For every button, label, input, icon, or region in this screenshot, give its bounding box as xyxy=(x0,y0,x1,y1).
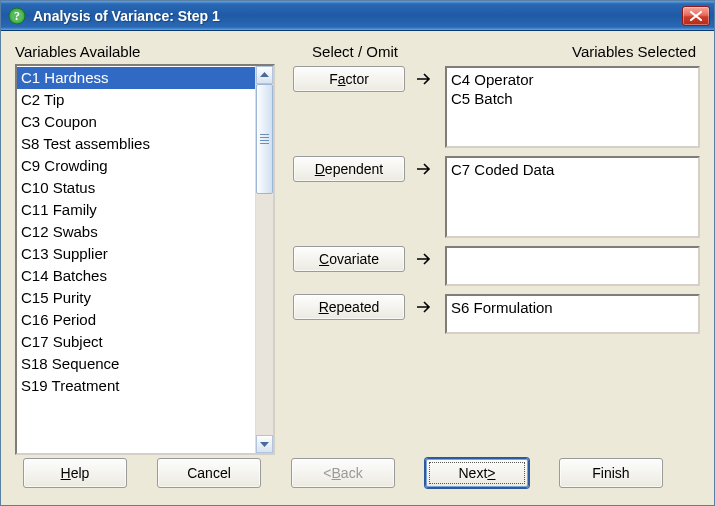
selected-item[interactable]: C4 Operator xyxy=(451,70,694,89)
selected-item[interactable]: C7 Coded Data xyxy=(451,160,694,179)
help-button[interactable]: Help xyxy=(23,458,127,488)
selected-item[interactable]: C5 Batch xyxy=(451,89,694,108)
list-item[interactable]: C12 Swabs xyxy=(17,221,255,243)
list-item[interactable]: C2 Tip xyxy=(17,89,255,111)
available-listbox[interactable]: C1 HardnessC2 TipC3 CouponS8 Test assemb… xyxy=(15,64,275,455)
repeated-button[interactable]: Repeated xyxy=(293,294,405,320)
dependent-button[interactable]: Dependent xyxy=(293,156,405,182)
close-button[interactable] xyxy=(682,6,710,26)
factor-selected-box[interactable]: C4 OperatorC5 Batch xyxy=(445,66,700,148)
footer-buttons: Help Cancel < Back Next > Finish xyxy=(15,455,700,495)
dialog-body: Variables Available Select / Omit Variab… xyxy=(1,31,714,505)
available-column: C1 HardnessC2 TipC3 CouponS8 Test assemb… xyxy=(15,64,275,455)
svg-text:?: ? xyxy=(14,9,20,23)
dialog-window: ? Analysis of Variance: Step 1 Variables… xyxy=(0,0,715,506)
finish-button[interactable]: Finish xyxy=(559,458,663,488)
list-item[interactable]: C13 Supplier xyxy=(17,243,255,265)
arrow-right-icon xyxy=(415,249,435,269)
list-item[interactable]: C9 Crowding xyxy=(17,155,255,177)
scroll-up-button[interactable] xyxy=(256,66,273,84)
dependent-selected-box[interactable]: C7 Coded Data xyxy=(445,156,700,238)
list-item[interactable]: C14 Batches xyxy=(17,265,255,287)
assign-column: Factor Dependent Covariate xyxy=(275,64,445,455)
list-item[interactable]: S19 Treatment xyxy=(17,375,255,397)
covariate-selected-box[interactable] xyxy=(445,246,700,286)
next-button[interactable]: Next > xyxy=(425,458,529,488)
selected-column: C4 OperatorC5 Batch C7 Coded Data S6 For… xyxy=(445,64,700,455)
titlebar: ? Analysis of Variance: Step 1 xyxy=(1,1,714,31)
arrow-right-icon xyxy=(415,69,435,89)
list-item[interactable]: S18 Sequence xyxy=(17,353,255,375)
list-item[interactable]: C3 Coupon xyxy=(17,111,255,133)
cancel-button[interactable]: Cancel xyxy=(157,458,261,488)
list-item[interactable]: C17 Subject xyxy=(17,331,255,353)
arrow-right-icon xyxy=(415,297,435,317)
covariate-button[interactable]: Covariate xyxy=(293,246,405,272)
selected-item[interactable]: S6 Formulation xyxy=(451,298,694,317)
window-title: Analysis of Variance: Step 1 xyxy=(33,8,682,24)
arrow-right-icon xyxy=(415,159,435,179)
list-item[interactable]: C11 Family xyxy=(17,199,255,221)
scroll-thumb[interactable] xyxy=(256,84,273,194)
scroll-down-button[interactable] xyxy=(256,435,273,453)
list-item[interactable]: C16 Period xyxy=(17,309,255,331)
scroll-track[interactable] xyxy=(256,84,273,435)
repeated-selected-box[interactable]: S6 Formulation xyxy=(445,294,700,334)
factor-button[interactable]: Factor xyxy=(293,66,405,92)
label-variables-selected: Variables Selected xyxy=(435,43,700,60)
label-variables-available: Variables Available xyxy=(15,43,275,60)
label-select-omit: Select / Omit xyxy=(275,43,435,60)
list-item[interactable]: S8 Test assemblies xyxy=(17,133,255,155)
scrollbar[interactable] xyxy=(255,66,273,453)
app-icon: ? xyxy=(7,6,27,26)
list-item[interactable]: C1 Hardness xyxy=(17,67,255,89)
list-item[interactable]: C15 Purity xyxy=(17,287,255,309)
main-row: C1 HardnessC2 TipC3 CouponS8 Test assemb… xyxy=(15,64,700,455)
list-item[interactable]: C10 Status xyxy=(17,177,255,199)
back-button[interactable]: < Back xyxy=(291,458,395,488)
column-headers: Variables Available Select / Omit Variab… xyxy=(15,43,700,60)
